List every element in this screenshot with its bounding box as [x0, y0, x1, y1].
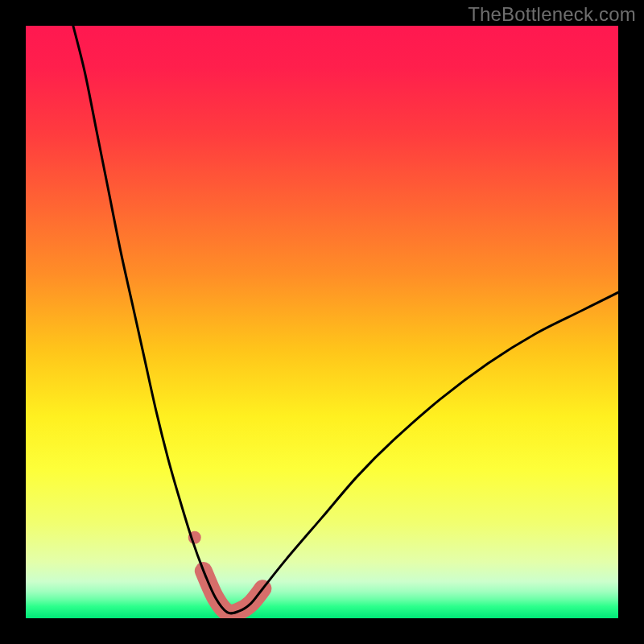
- plot-area: [26, 26, 618, 618]
- outer-frame: TheBottleneck.com: [0, 0, 644, 644]
- watermark-text: TheBottleneck.com: [468, 3, 636, 26]
- gradient-background: [26, 26, 618, 618]
- bottleneck-chart: [26, 26, 618, 618]
